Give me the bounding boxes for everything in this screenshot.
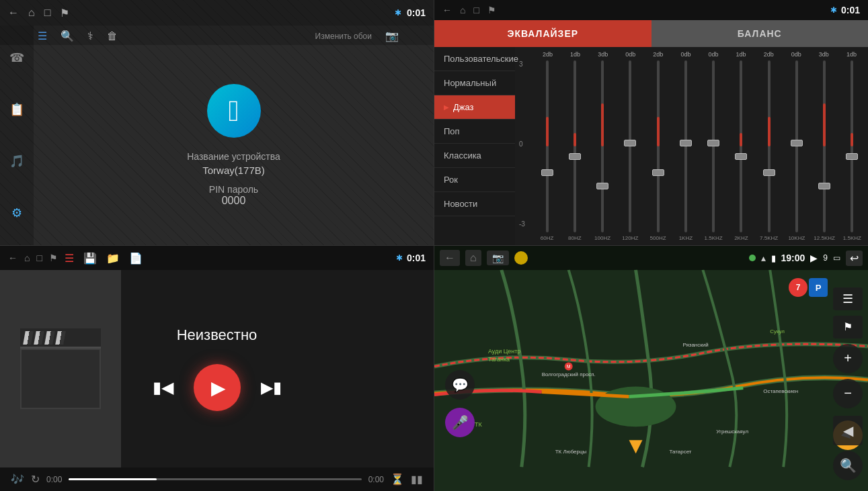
change-wallpaper-btn[interactable]: Изменить обои xyxy=(315,32,372,41)
delete-icon[interactable]: 🗑 xyxy=(107,30,118,42)
next-button[interactable]: ▶▮ xyxy=(261,378,282,397)
music-playlist-icon[interactable]: ☰ xyxy=(65,252,74,265)
freq-80hz: 80HZ xyxy=(568,235,582,241)
nav-home-icon[interactable]: ⌂ xyxy=(465,250,481,266)
eq-tabs: ЭКВАЛАЙЗЕР БАЛАНС xyxy=(434,20,868,47)
tab-balance[interactable]: БАЛАНС xyxy=(652,20,869,47)
preset-news[interactable]: Новости xyxy=(434,192,515,216)
nav-voice-btn[interactable]: 🎤 xyxy=(445,408,475,437)
contacts-icon[interactable]: 📋 xyxy=(5,98,28,121)
nav-red-marker: 7 xyxy=(789,278,807,297)
nav-parking-marker: P xyxy=(809,278,828,297)
bluetooth-tool-icon[interactable]: ⚕ xyxy=(87,30,93,42)
slider-10khz[interactable]: 10KHZ xyxy=(783,59,810,241)
nav-menu-btn[interactable]: ☰ xyxy=(833,287,863,310)
window-icon[interactable]: □ xyxy=(44,7,51,19)
nav-volume-icon[interactable]: ▶ xyxy=(810,253,818,263)
eq-icon[interactable]: 🎶 xyxy=(11,473,24,486)
music-home-icon[interactable]: ⌂ xyxy=(24,253,30,263)
slider-100hz[interactable]: 100HZ xyxy=(590,59,616,241)
slider-80hz[interactable]: 80HZ xyxy=(561,59,588,241)
timer-icon[interactable]: ⏳ xyxy=(391,473,404,486)
preset-classic-label: Классика xyxy=(444,150,481,161)
eq-window-icon[interactable]: □ xyxy=(473,5,479,15)
nav-person-btn[interactable]: ◀ xyxy=(833,416,863,445)
eq-body: Пользовательские Нормальный ▶ Джаз Поп К… xyxy=(434,47,868,245)
music-icon[interactable]: 🎵 xyxy=(5,150,28,173)
eq-header: ← ⌂ □ ⚑ ✱ 0:01 xyxy=(434,0,868,20)
music-thumbnail xyxy=(0,270,121,467)
slider-1-5khz[interactable]: 1.5KHZ xyxy=(701,59,727,241)
preset-normal[interactable]: Нормальный xyxy=(434,71,515,95)
nav-search-btn[interactable]: 🔍 xyxy=(833,451,863,480)
bars-icon[interactable]: ▮▮ xyxy=(411,473,423,486)
music-save-icon[interactable]: 💾 xyxy=(83,252,97,265)
db-label-11: 1db xyxy=(838,51,865,58)
time-display: 0:01 xyxy=(407,7,426,18)
freq-60hz: 60HZ xyxy=(541,235,554,241)
nav-chat-btn[interactable]: 💬 xyxy=(445,370,475,400)
wallpaper-icon: 📷 xyxy=(385,30,399,42)
track-name: Неизвестно xyxy=(177,326,258,344)
svg-text:Таганка: Таганка xyxy=(488,356,510,363)
play-button[interactable]: ▶ xyxy=(194,364,241,411)
phone-icon[interactable]: ☎ xyxy=(5,46,28,69)
slider-500hz[interactable]: 500HZ xyxy=(645,59,671,241)
list-icon[interactable]: ☰ xyxy=(38,30,47,42)
preset-custom[interactable]: Пользовательские xyxy=(434,47,515,71)
time-current: 0:00 xyxy=(46,475,62,484)
nav-back-icon[interactable]: ← xyxy=(440,250,460,266)
freq-500hz: 500HZ xyxy=(650,235,666,241)
nav-zoom-out-btn[interactable]: − xyxy=(833,379,863,408)
music-file-icon[interactable]: 📄 xyxy=(129,252,143,265)
slider-1khz[interactable]: 1KHZ xyxy=(672,59,699,241)
repeat-icon[interactable]: ↻ xyxy=(31,473,40,486)
music-folder-icon[interactable]: 📁 xyxy=(106,252,120,265)
bookmark-icon[interactable]: ⚑ xyxy=(60,7,69,19)
bluetooth-icon: ✱ xyxy=(395,8,401,17)
preset-classic[interactable]: Классика xyxy=(434,144,515,168)
nav-return-icon[interactable]: ↩ xyxy=(846,251,863,266)
nav-camera-btn[interactable]: 📷 xyxy=(487,251,509,265)
nav-bookmark-btn[interactable]: ⚑ xyxy=(833,316,863,339)
clapper-top xyxy=(20,328,101,349)
slider-60hz[interactable]: 60HZ xyxy=(534,59,560,241)
slider-2khz[interactable]: 2KHZ xyxy=(728,59,754,241)
db-label-10: 3db xyxy=(810,51,838,58)
eq-y-axis: 3 0 -3 xyxy=(518,59,534,241)
preset-jazz[interactable]: ▶ Джаз xyxy=(434,95,515,120)
settings-icon[interactable]: ⚙ xyxy=(7,202,26,224)
equalizer-panel: ← ⌂ □ ⚑ ✱ 0:01 ЭКВАЛАЙЗЕР БАЛАНС Пользов… xyxy=(434,0,868,245)
freq-10khz: 10KHZ xyxy=(788,235,805,241)
music-back-icon[interactable]: ← xyxy=(8,253,17,263)
svg-text:Ауди Центр: Ауди Центр xyxy=(488,348,520,355)
nav-zoom-in-btn[interactable]: + xyxy=(833,344,863,373)
db-label-7: 1db xyxy=(727,51,755,58)
eq-time: 0:01 xyxy=(841,5,860,15)
music-pin-icon[interactable]: ⚑ xyxy=(49,253,58,263)
preset-rock[interactable]: Рок xyxy=(434,168,515,192)
search-icon[interactable]: 🔍 xyxy=(61,30,74,42)
eq-back-icon[interactable]: ← xyxy=(442,5,452,15)
progress-bar[interactable] xyxy=(69,478,361,480)
eq-bookmark-icon[interactable]: ⚑ xyxy=(487,5,496,15)
music-controls: ▮◀ ▶ ▶▮ xyxy=(153,364,282,411)
svg-text:Остапевскиен: Остапевскиен xyxy=(763,388,798,394)
slider-7-5khz[interactable]: 7.5KHZ xyxy=(756,59,782,241)
freq-100hz: 100HZ xyxy=(594,235,610,241)
eq-home-icon[interactable]: ⌂ xyxy=(460,5,465,15)
home-icon[interactable]: ⌂ xyxy=(28,7,35,19)
slider-15khz[interactable]: 1.5KHZ xyxy=(839,59,865,241)
voice-icon: 🎤 xyxy=(452,414,469,431)
db-label-1: 1db xyxy=(561,51,589,58)
tab-equalizer[interactable]: ЭКВАЛАЙЗЕР xyxy=(434,20,652,47)
db-label-0: 2db xyxy=(534,51,561,58)
slider-120hz[interactable]: 120HZ xyxy=(617,59,643,241)
slider-12-5khz[interactable]: 12.5KHZ xyxy=(812,59,838,241)
prev-button[interactable]: ▮◀ xyxy=(153,378,173,397)
preset-pop[interactable]: Поп xyxy=(434,120,515,144)
svg-text:Угрешскаяул: Угрешскаяул xyxy=(716,429,748,435)
music-window-icon[interactable]: □ xyxy=(36,253,42,263)
back-icon[interactable]: ← xyxy=(8,7,19,19)
music-bt-icon: ✱ xyxy=(396,253,403,263)
